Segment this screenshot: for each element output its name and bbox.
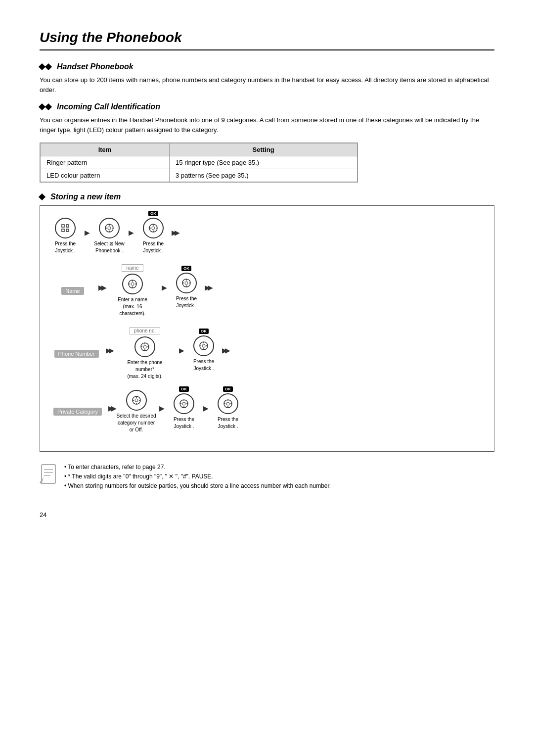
diamond-icon-2 — [45, 63, 52, 70]
svg-point-17 — [131, 283, 134, 285]
step-cat-ok2-wrap: OK — [218, 393, 238, 414]
notes-list: • To enter characters, refer to page 27.… — [64, 463, 331, 491]
notes-section: • To enter characters, refer to page 27.… — [40, 463, 494, 491]
page-title: Using the Phonebook — [40, 30, 494, 50]
arrow-cat: ▶ — [159, 404, 165, 419]
double-arrow-phone-end: ▶▶ — [222, 346, 228, 361]
joystick-button-cat-ok2 — [218, 393, 238, 414]
diagram-row-3: Phone Number ▶▶ phone no. — [48, 327, 486, 380]
name-tag-step: Name — [48, 287, 97, 295]
phone-number-tag: Phone Number — [54, 350, 99, 358]
handset-phonebook-heading: Handset Phonebook — [40, 62, 494, 71]
step-3-caption: Press theJoystick . — [143, 240, 164, 254]
table-row: LED colour pattern 3 patterns (See page … — [41, 169, 357, 182]
diamond-icon-5 — [39, 193, 45, 200]
joystick-icon-cat-ok1 — [179, 399, 189, 409]
step-phone-ok: OK Press theJoystick . — [186, 335, 221, 372]
storing-heading: Storing a new item — [40, 192, 494, 201]
step-cat-select: Select the desiredcategory number or Off… — [115, 390, 157, 433]
svg-rect-0 — [62, 225, 64, 227]
category-tag-step: Private Category — [48, 408, 107, 416]
arrow-1: ▶ — [85, 229, 90, 243]
step-2-icon-wrap — [99, 218, 120, 238]
svg-point-41 — [135, 399, 138, 402]
private-category-tag: Private Category — [53, 408, 102, 416]
table-row: Ringer pattern 15 ringer type (See page … — [41, 156, 357, 169]
step-3-icon-wrap: OK — [143, 218, 164, 238]
joystick-button-phone — [134, 336, 155, 357]
table-header-setting: Setting — [170, 143, 357, 156]
incoming-call-heading: Incoming Call Identification — [40, 102, 494, 111]
step-cat-ok1-wrap: OK — [174, 393, 194, 414]
arrow-phone: ▶ — [179, 346, 184, 361]
joystick-button-cat — [126, 390, 147, 411]
diagram-row-1: Press theJoystick . ▶ — [48, 218, 486, 254]
phone-input-step: phone no. Enter the phone number*(max. 2… — [113, 327, 177, 380]
name-input-step: name Enter a name(max. 16 characters). — [105, 264, 160, 317]
step-cat-ok1-caption: Press theJoystick . — [174, 416, 194, 430]
name-input-wrap: name — [122, 264, 143, 294]
section-storing: Storing a new item Press theJoy — [40, 192, 494, 491]
svg-rect-2 — [62, 229, 64, 232]
handset-phonebook-body: You can store up to 200 items with names… — [40, 75, 494, 94]
svg-point-29 — [143, 345, 146, 348]
joystick-icon-cat-ok2 — [223, 399, 233, 409]
step-cat-select-wrap — [126, 390, 147, 411]
grid-icon — [61, 224, 70, 233]
diagram-box: Press theJoystick . ▶ — [40, 205, 494, 452]
joystick-icon-phone-ok — [199, 341, 209, 351]
joystick-button-phone-ok — [193, 335, 214, 356]
svg-rect-1 — [66, 225, 69, 227]
step-cat-ok1: OK Press theJoystick . — [167, 393, 201, 430]
svg-point-47 — [182, 402, 185, 405]
joystick-icon-3 — [148, 223, 158, 233]
diamond-icons-2 — [40, 104, 51, 109]
svg-rect-3 — [66, 229, 69, 232]
name-enter-caption: Enter a name(max. 16 characters). — [112, 296, 154, 317]
joystick-icon-name — [128, 279, 137, 289]
joystick-button-2 — [99, 218, 120, 238]
joystick-icon-2 — [104, 223, 114, 233]
double-arrow-name-end: ▶▶ — [205, 284, 211, 298]
double-arrow-phone: ▶▶ — [106, 346, 112, 361]
arrow-2: ▶ — [129, 229, 134, 243]
joystick-icon-cat — [132, 395, 141, 405]
svg-point-53 — [226, 402, 229, 405]
ok-badge-1: OK — [148, 211, 158, 216]
double-arrow-2: ▶▶ — [98, 284, 104, 298]
diagram-row-4: Private Category ▶▶ — [48, 390, 486, 433]
section-handset-phonebook: Handset Phonebook You can store up to 20… — [40, 62, 494, 94]
joystick-button-3 — [143, 218, 164, 238]
diamond-icon-4 — [45, 103, 52, 110]
step-cat-ok2-caption: Press theJoystick . — [218, 416, 238, 430]
ok-badge-name: OK — [181, 266, 191, 271]
svg-point-11 — [152, 227, 155, 230]
note-1: • To enter characters, refer to page 27. — [64, 463, 331, 472]
diagram-row-2: Name ▶▶ name — [48, 264, 486, 317]
incoming-call-body: You can organise entries in the Handset … — [40, 115, 494, 135]
note-icon — [40, 464, 57, 488]
joystick-icon-phone — [140, 342, 150, 352]
ok-badge-phone: OK — [199, 329, 209, 334]
phone-input-wrap: phone no. — [130, 327, 161, 357]
table-cell-led-label: LED colour pattern — [41, 169, 170, 182]
section-incoming-call: Incoming Call Identification You can org… — [40, 102, 494, 183]
joystick-button-name-ok — [176, 273, 197, 293]
diamond-icons — [40, 64, 51, 69]
step-phone-ok-wrap: OK — [193, 335, 214, 356]
table-cell-ringer-label: Ringer pattern — [41, 156, 170, 169]
step-3: OK Press theJoystick . — [136, 218, 171, 254]
phone-tag-step: Phone Number — [48, 350, 105, 358]
note-3: • When storing numbers for outside parti… — [64, 481, 331, 491]
table-cell-ringer-value: 15 ringer type (See page 35.) — [170, 156, 357, 169]
step-1-icon-wrap — [55, 218, 76, 238]
double-arrow-cat: ▶▶ — [108, 404, 114, 419]
arrow-name: ▶ — [162, 284, 167, 298]
svg-point-5 — [108, 227, 111, 230]
name-input-label: name — [122, 264, 143, 272]
double-arrow-1: ▶▶ — [172, 229, 178, 243]
note-paper-icon — [40, 464, 57, 484]
joystick-button-name — [122, 274, 143, 294]
name-tag: Name — [61, 287, 84, 295]
step-name-ok: OK Press theJoystick . — [169, 273, 204, 309]
